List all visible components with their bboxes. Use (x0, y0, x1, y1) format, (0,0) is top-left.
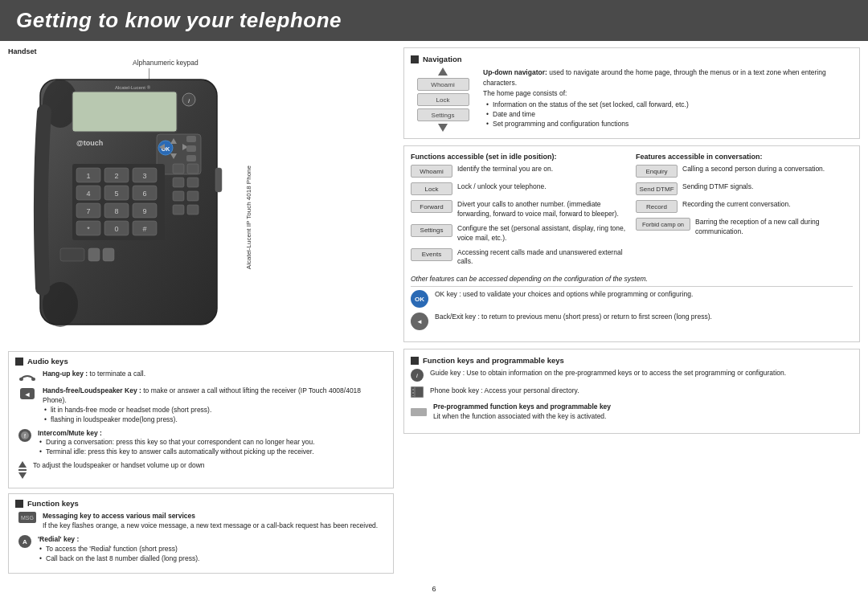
svg-text:8: 8 (114, 207, 118, 215)
svg-rect-42 (173, 164, 184, 174)
handset-label: Handset (8, 47, 394, 55)
handsfree-desc: Hands-free/Loudspeaker Key : to make or … (43, 386, 387, 425)
features-conversation: Features accessible in conversation: Enq… (636, 153, 853, 272)
feat-enquiry: Enquiry Calling a second person during a… (636, 165, 853, 178)
func-desc-events: Accessing recent calls made and unanswer… (457, 248, 628, 268)
nav-btn-whoami: Whoami (417, 78, 469, 91)
nav-diagram: Whoami Lock Settings (411, 67, 475, 132)
svg-rect-47 (187, 191, 199, 201)
svg-text:3: 3 (142, 172, 146, 180)
func-idle-title: Functions accessible (set in idle positi… (411, 153, 628, 161)
svg-rect-55 (19, 378, 23, 381)
svg-rect-65 (412, 389, 414, 390)
func-idle-lock: Lock Lock / unlock your telephone. (411, 182, 628, 195)
nav-bullets: Information on the status of the set (se… (483, 100, 853, 129)
volume-key-row: To adjust the loudspeaker or handset vol… (18, 461, 387, 479)
redial-bullet1: To access the 'Redial' function (short p… (46, 545, 199, 554)
svg-rect-2 (72, 92, 177, 132)
preprog-desc: Pre-programmed function keys and program… (433, 403, 611, 422)
ok-key-row: OK OK key : used to validate your choice… (411, 290, 853, 308)
svg-text:@touch: @touch (76, 139, 103, 147)
feat-conv-title: Features accessible in conversation: (636, 153, 853, 161)
func-idle-forward: Forward Divert your calls to another num… (411, 200, 628, 219)
svg-text:2: 2 (114, 172, 118, 180)
redial-desc: 'Redial' key : To access the 'Redial' fu… (38, 535, 199, 564)
navigation-header: Navigation (411, 55, 853, 63)
function-keys-section: Function keys MSG Messaging key to acces… (8, 493, 394, 573)
handsfree-bullet2: flashing in loudspeaker mode(long press)… (51, 415, 387, 425)
audio-keys-content: Hang-up key : to terminate a call. ◄ Han… (15, 370, 387, 479)
nav-bullet2: Date and time (493, 110, 853, 120)
other-features-text: Other features can be accessed depending… (411, 275, 853, 283)
svg-text:5: 5 (114, 190, 118, 198)
feat-btn-dtmf: Send DTMF (636, 182, 678, 195)
nav-title: Navigation (423, 55, 462, 63)
svg-text:0: 0 (114, 225, 118, 233)
svg-text:6: 6 (142, 190, 146, 198)
svg-rect-46 (173, 191, 184, 201)
func-prog-header: Function keys and programmable keys (411, 356, 853, 365)
func-prog-title: Function keys and programmable keys (423, 356, 564, 365)
func-desc-lock: Lock / unlock your telephone. (457, 182, 547, 192)
vertical-text: Alcatel-Lucent IP Touch 4018 Phone (245, 166, 252, 269)
function-keys-content: MSG Messaging key to access various mail… (15, 512, 387, 563)
handsfree-key-row: ◄ Hands-free/Loudspeaker Key : to make o… (18, 386, 387, 425)
functions-box: Functions accessible (set in idle positi… (403, 145, 860, 342)
feat-desc-forbid: Barring the reception of a new call duri… (695, 218, 853, 237)
main-content: Handset Alphanumeric keypad (0, 47, 868, 578)
nav-arrow-down-icon (438, 124, 448, 132)
func-idle-events: Events Accessing recent calls made and u… (411, 248, 628, 268)
func-prog-box: Function keys and programmable keys i Gu… (403, 349, 860, 434)
svg-text:#: # (142, 225, 146, 233)
page-number: 6 (0, 585, 868, 598)
feat-record: Record Recording the current conversatio… (636, 200, 853, 213)
func-btn-forward: Forward (411, 200, 452, 213)
svg-text:*: * (87, 225, 90, 233)
intercom-bullet1: During a conversation: press this key so… (46, 438, 315, 447)
page-title: Getting to know your telephone (16, 8, 852, 33)
hangup-icon (18, 370, 36, 382)
feat-desc-enquiry: Calling a second person during a convers… (682, 165, 825, 174)
nav-updown-label: Up-down navigator: (483, 68, 547, 76)
guide-key-row: i Guide key : Use to obtain information … (411, 369, 853, 382)
functions-idle: Functions accessible (set in idle positi… (411, 153, 628, 272)
audio-keys-title: Audio keys (27, 357, 68, 366)
back-key-desc: Back/Exit key : to return to previous me… (435, 313, 712, 322)
svg-text:7: 7 (86, 207, 90, 215)
svg-rect-53 (215, 168, 222, 192)
svg-rect-45 (187, 178, 199, 187)
nav-btn-settings: Settings (417, 108, 469, 121)
func-btn-events: Events (411, 248, 452, 261)
back-key-icon: ◄ (411, 313, 428, 330)
func-desc-settings: Configure the set (personal assistant, d… (457, 224, 628, 243)
navigation-box: Navigation Whoami Lock Settings Up-down … (403, 47, 860, 139)
svg-rect-15 (186, 145, 196, 152)
svg-rect-56 (31, 378, 35, 381)
svg-rect-51 (88, 248, 100, 261)
svg-text:4: 4 (86, 190, 90, 198)
function-keys-title: Function keys (27, 499, 79, 508)
right-column: Navigation Whoami Lock Settings Up-down … (403, 47, 860, 578)
page-wrapper: Getting to know your telephone Handset A… (0, 0, 868, 613)
audio-keys-icon (15, 358, 23, 366)
audio-keys-section: Audio keys Hang-up key : to terminate a … (8, 351, 394, 488)
feat-dtmf: Send DTMF Sending DTMF signals. (636, 182, 853, 195)
guide-key-icon: i (411, 369, 424, 382)
svg-text:f: f (24, 433, 26, 439)
handsfree-bullet1: lit in hands-free mode or headset mode (… (51, 406, 387, 415)
func-desc-whoami: Identify the terminal you are on. (457, 165, 553, 174)
nav-bullet3: Set programming and configuration functi… (493, 120, 853, 129)
preprog-key-row: Pre-programmed function keys and program… (411, 403, 853, 422)
func-idle-settings: Settings Configure the set (personal ass… (411, 224, 628, 243)
phone-diagram-area: Alphanumeric keypad (8, 57, 394, 346)
func-btn-settings: Settings (411, 224, 452, 237)
nav-bullet1: Information on the status of the set (se… (493, 100, 853, 110)
phonebook-key-row: Phone book key : Access your personal di… (411, 386, 853, 398)
messaging-desc: Messaging key to access various mail ser… (43, 512, 378, 531)
feat-desc-dtmf: Sending DTMF signals. (682, 182, 753, 192)
phone-svg: Alcatel-Lucent ® i @touch OK (16, 72, 249, 333)
redial-icon: A (18, 535, 31, 548)
svg-text:MSG: MSG (21, 515, 34, 521)
page-header: Getting to know your telephone (0, 0, 868, 41)
func-idle-whoami: Whoami Identify the terminal you are on. (411, 165, 628, 178)
